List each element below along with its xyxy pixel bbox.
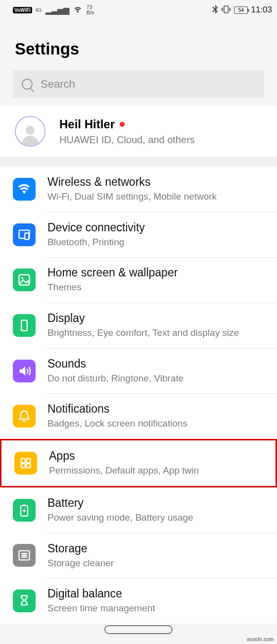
settings-item-display[interactable]: DisplayBrightness, Eye comfort, Text and…: [0, 303, 277, 348]
settings-item-title: Home screen & wallpaper: [47, 266, 272, 279]
home-wallpaper-icon: [13, 268, 36, 291]
network-indicator: 4G ▂▃▅▆ 73 B/s: [35, 4, 94, 15]
search-placeholder: Search: [41, 78, 75, 91]
settings-item-sub: Wi-Fi, Dual SIM settings, Mobile network: [47, 191, 272, 203]
svg-rect-0: [224, 6, 228, 13]
settings-item-home-wallpaper[interactable]: Home screen & wallpaperThemes: [0, 257, 277, 303]
settings-item-title: Apps: [49, 449, 271, 463]
sounds-icon: [13, 360, 36, 382]
settings-item-apps[interactable]: AppsPermissions, Default apps, App twin: [0, 439, 277, 487]
search-bar[interactable]: Search: [13, 70, 264, 98]
battery-icon: [13, 499, 36, 522]
settings-item-sub: Themes: [47, 281, 272, 294]
nav-pill[interactable]: [104, 625, 173, 634]
settings-item-sub: Permissions, Default apps, App twin: [49, 465, 271, 477]
page-title: Settings: [0, 20, 277, 70]
settings-menu: Wireless & networksWi-Fi, Dual SIM setti…: [0, 166, 277, 624]
bluetooth-icon: [212, 5, 218, 15]
account-sub: HUAWEI ID, Cloud, and others: [59, 134, 195, 146]
settings-item-title: Sounds: [47, 357, 272, 371]
wifi-icon: [73, 6, 82, 14]
settings-item-title: Wireless & networks: [47, 175, 272, 189]
settings-item-digital-balance[interactable]: Digital balanceScreen time management: [0, 578, 277, 624]
display-icon: [13, 314, 36, 337]
status-right: 54 11:03: [212, 5, 272, 15]
settings-item-title: Digital balance: [47, 587, 272, 600]
settings-item-title: Battery: [47, 496, 272, 510]
wireless-icon: [13, 178, 36, 201]
settings-item-title: Storage: [47, 542, 272, 555]
digital-balance-icon: [13, 590, 36, 612]
avatar: [15, 116, 46, 147]
account-name: Heil Hitler: [59, 117, 195, 131]
settings-item-sub: Screen time management: [47, 602, 272, 615]
storage-icon: [13, 544, 36, 567]
watermark: wsxdn.com: [247, 636, 274, 642]
status-bar: VoWiFi 4G ▂▃▅▆ 73 B/s 54 11:03: [0, 0, 277, 20]
battery-level: 54: [238, 7, 244, 13]
settings-item-sub: Do not disturb, Ringtone, Vibrate: [47, 373, 272, 385]
settings-item-sub: Badges, Lock screen notifications: [47, 418, 272, 430]
nav-bar: [0, 625, 277, 634]
notifications-icon: [13, 405, 36, 428]
settings-item-title: Notifications: [47, 402, 272, 416]
settings-item-storage[interactable]: StorageStorage cleaner: [0, 533, 277, 579]
settings-item-sub: Brightness, Eye comfort, Text and displa…: [47, 327, 272, 339]
alert-dot-icon: [120, 122, 125, 127]
section-spacer: [0, 157, 277, 166]
settings-item-title: Device connectivity: [47, 221, 272, 234]
apps-icon: [14, 452, 37, 475]
settings-item-sounds[interactable]: SoundsDo not disturb, Ringtone, Vibrate: [0, 348, 277, 394]
vibrate-icon: [221, 5, 231, 15]
settings-item-title: Display: [47, 312, 272, 325]
vowifi-badge: VoWiFi: [13, 7, 32, 13]
settings-item-sub: Bluetooth, Printing: [47, 236, 272, 249]
settings-item-battery[interactable]: BatteryPower saving mode, Battery usage: [0, 487, 277, 533]
search-icon: [22, 79, 33, 90]
settings-item-device-connectivity[interactable]: Device connectivityBluetooth, Printing: [0, 212, 277, 258]
status-left: VoWiFi 4G ▂▃▅▆ 73 B/s: [13, 4, 94, 15]
account-row[interactable]: Heil Hitler HUAWEI ID, Cloud, and others: [0, 106, 277, 157]
settings-item-notifications[interactable]: NotificationsBadges, Lock screen notific…: [0, 393, 277, 439]
device-connectivity-icon: [13, 223, 36, 246]
settings-item-wireless[interactable]: Wireless & networksWi-Fi, Dual SIM setti…: [0, 166, 277, 212]
settings-item-sub: Storage cleaner: [47, 557, 272, 570]
speed-unit: B/s: [86, 10, 94, 15]
settings-item-sub: Power saving mode, Battery usage: [47, 512, 272, 524]
battery-indicator: 54: [234, 6, 248, 14]
clock: 11:03: [251, 5, 272, 15]
net-gen-label: 4G: [35, 7, 42, 13]
